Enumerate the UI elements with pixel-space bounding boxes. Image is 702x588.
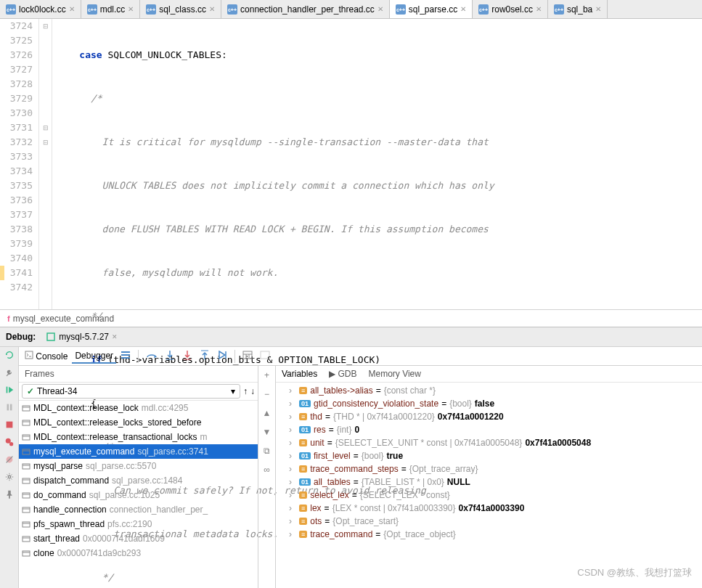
trace-icon[interactable]: [257, 349, 273, 363]
stack-frame[interactable]: start_thread 0x00007f41dadf1609: [19, 531, 258, 546]
stack-frame[interactable]: mysql_execute_command sql_parse.cc:3741: [19, 444, 258, 459]
chevron-down-icon: ▾: [231, 386, 235, 396]
type-badge-icon: 01: [299, 452, 311, 460]
stack-frame[interactable]: dispatch_command sql_parse.cc:1484: [19, 473, 258, 488]
expand-icon[interactable]: ›: [289, 464, 296, 474]
editor-tab[interactable]: c++connection_handler_per_thread.cc✕: [221, 0, 390, 18]
stack-frame[interactable]: mysql_parse sql_parse.cc:5570: [19, 459, 258, 473]
stack-frame[interactable]: MDL_context::release_locks_stored_before: [19, 415, 258, 430]
expand-icon[interactable]: ›: [289, 412, 296, 422]
cpp-file-icon: c++: [146, 4, 156, 15]
close-icon[interactable]: ✕: [69, 5, 75, 13]
force-step-into-icon[interactable]: [179, 348, 195, 364]
variable-row[interactable]: ›≡ select_lex = {SELECT_LEX * const}: [276, 489, 702, 502]
svg-rect-17: [9, 404, 12, 411]
variable-row[interactable]: ›≡ lex = {LEX * const | 0x7f41a0003390} …: [276, 502, 702, 515]
mute-breakpoints-icon[interactable]: [4, 454, 15, 465]
expand-icon[interactable]: ›: [289, 516, 296, 526]
type-badge-icon: ≡: [299, 387, 307, 394]
threads-icon[interactable]: [118, 349, 134, 363]
close-icon[interactable]: ✕: [128, 5, 134, 13]
svg-rect-16: [7, 404, 9, 411]
debug-session-tab[interactable]: mysql-5.7.27 ✕: [41, 330, 122, 343]
stack-frame[interactable]: clone 0x00007f41da9cb293: [19, 546, 258, 560]
gdb-tab[interactable]: ▶ GDB: [329, 369, 356, 379]
expand-icon[interactable]: ›: [289, 438, 296, 448]
step-out-icon[interactable]: [197, 348, 213, 364]
variable-row[interactable]: ›01 all_tables = {TABLE_LIST * | 0x0} NU…: [276, 475, 702, 489]
down-icon[interactable]: ▼: [263, 427, 272, 437]
stack-frame[interactable]: handle_connection connection_handler_per…: [19, 502, 258, 517]
step-into-icon[interactable]: [162, 348, 178, 364]
view-breakpoints-icon[interactable]: [4, 437, 15, 447]
variables-tab[interactable]: Variables: [282, 369, 317, 379]
step-over-icon[interactable]: [143, 348, 160, 364]
close-icon[interactable]: ✕: [209, 5, 215, 13]
editor-tab[interactable]: c++sql_ba✕: [548, 0, 608, 18]
debug-toolbar: Console Debugger: [19, 347, 702, 366]
variable-row[interactable]: ›01 res = {int} 0: [276, 423, 702, 436]
tab-label: connection_handler_per_thread.cc: [240, 4, 375, 15]
prev-frame-icon[interactable]: ↑: [243, 386, 248, 396]
expand-icon[interactable]: ›: [289, 503, 296, 513]
expand-icon[interactable]: ›: [289, 451, 296, 461]
tab-label: sql_parse.cc: [409, 4, 457, 15]
editor-tab[interactable]: c++row0sel.cc✕: [473, 0, 548, 18]
expand-icon[interactable]: ›: [289, 529, 296, 539]
add-watch-icon[interactable]: +: [264, 370, 269, 380]
rerun-icon[interactable]: [4, 350, 15, 360]
stack-frame[interactable]: MDL_context::release_lock mdl.cc:4295: [19, 401, 258, 415]
remove-watch-icon[interactable]: −: [264, 389, 269, 399]
next-frame-icon[interactable]: ↓: [250, 386, 255, 396]
expand-icon[interactable]: ›: [289, 477, 296, 487]
fold-gutter: ⊟⊟⊟: [39, 19, 52, 309]
editor-tab[interactable]: c++sql_class.cc✕: [140, 0, 221, 18]
up-icon[interactable]: ▲: [263, 408, 272, 418]
pause-icon[interactable]: [4, 402, 15, 412]
variable-row[interactable]: ›≡ trace_command = {Opt_trace_object}: [276, 528, 702, 541]
wrench-icon[interactable]: [4, 367, 15, 377]
thread-selector[interactable]: ✓ Thread-34 ▾: [22, 384, 240, 399]
expand-icon[interactable]: ›: [289, 490, 296, 500]
stack-frame[interactable]: MDL_context::release_transactional_locks…: [19, 430, 258, 444]
stack-frame[interactable]: do_command sql_parse.cc:1025: [19, 488, 258, 502]
memory-view-tab[interactable]: Memory View: [369, 369, 421, 379]
debug-panel: Debug: mysql-5.7.27 ✕ Console Debugger: [0, 327, 702, 588]
console-tab[interactable]: Console: [22, 349, 70, 363]
link-icon[interactable]: ∞: [264, 465, 270, 475]
variables-list[interactable]: ›≡ all_tables->alias = {const char *}›01…: [276, 383, 702, 588]
variable-row[interactable]: ›≡ all_tables->alias = {const char *}: [276, 384, 702, 397]
editor-tab[interactable]: c++mdl.cc✕: [81, 0, 141, 18]
gear-icon[interactable]: [4, 472, 15, 482]
copy-icon[interactable]: ⧉: [264, 446, 270, 456]
close-icon[interactable]: ✕: [536, 5, 542, 13]
variable-row[interactable]: ›01 first_level = {bool} true: [276, 449, 702, 462]
frames-list[interactable]: MDL_context::release_lock mdl.cc:4295MDL…: [19, 401, 258, 588]
variable-row[interactable]: ›≡ ots = {Opt_trace_start}: [276, 515, 702, 528]
variable-row[interactable]: ›≡ trace_command_steps = {Opt_trace_arra…: [276, 462, 702, 475]
debugger-tab[interactable]: Debugger: [72, 349, 116, 364]
stop-icon[interactable]: [4, 420, 15, 430]
evaluate-icon[interactable]: [240, 349, 256, 363]
pin-icon[interactable]: [4, 489, 15, 499]
close-icon[interactable]: ✕: [460, 5, 466, 13]
svg-rect-35: [243, 351, 252, 359]
resume-icon[interactable]: [4, 385, 15, 395]
type-badge-icon: 01: [299, 426, 311, 433]
close-icon[interactable]: ✕: [595, 5, 601, 13]
editor: 3724372537263727372837293730373137323733…: [0, 19, 702, 309]
expand-icon[interactable]: ›: [289, 385, 296, 396]
close-icon[interactable]: ✕: [377, 5, 383, 13]
variable-row[interactable]: ›01 gtid_consistency_violation_state = {…: [276, 397, 702, 410]
editor-tab[interactable]: c++lock0lock.cc✕: [0, 0, 81, 18]
expand-icon[interactable]: ›: [289, 425, 296, 435]
variable-row[interactable]: ›≡ thd = {THD * | 0x7f41a0001220} 0x7f41…: [276, 410, 702, 423]
code-area[interactable]: case SQLCOM_UNLOCK_TABLES: /* It is crit…: [52, 19, 702, 309]
stack-frame[interactable]: pfs_spawn_thread pfs.cc:2190: [19, 517, 258, 531]
close-icon[interactable]: ✕: [112, 333, 118, 340]
svg-rect-52: [23, 493, 30, 498]
run-to-cursor-icon[interactable]: [214, 348, 230, 364]
expand-icon[interactable]: ›: [289, 399, 296, 409]
variable-row[interactable]: ›≡ unit = {SELECT_LEX_UNIT * const | 0x7…: [276, 436, 702, 449]
editor-tab[interactable]: c++sql_parse.cc✕: [390, 0, 473, 18]
